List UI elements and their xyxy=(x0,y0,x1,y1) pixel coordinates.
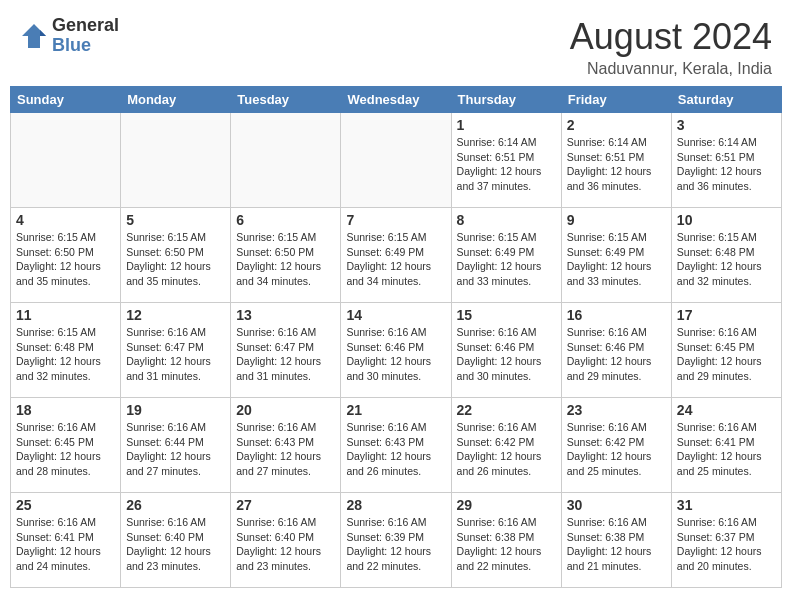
day-info: Sunrise: 6:16 AM Sunset: 6:42 PM Dayligh… xyxy=(567,420,666,479)
day-number: 8 xyxy=(457,212,556,228)
day-number: 16 xyxy=(567,307,666,323)
day-number: 3 xyxy=(677,117,776,133)
day-info: Sunrise: 6:16 AM Sunset: 6:40 PM Dayligh… xyxy=(126,515,225,574)
day-number: 27 xyxy=(236,497,335,513)
day-info: Sunrise: 6:15 AM Sunset: 6:49 PM Dayligh… xyxy=(346,230,445,289)
day-info: Sunrise: 6:16 AM Sunset: 6:46 PM Dayligh… xyxy=(567,325,666,384)
title-block: August 2024 Naduvannur, Kerala, India xyxy=(570,16,772,78)
calendar-cell: 28Sunrise: 6:16 AM Sunset: 6:39 PM Dayli… xyxy=(341,493,451,588)
calendar-cell xyxy=(341,113,451,208)
day-info: Sunrise: 6:16 AM Sunset: 6:45 PM Dayligh… xyxy=(16,420,115,479)
day-number: 20 xyxy=(236,402,335,418)
calendar-cell: 4Sunrise: 6:15 AM Sunset: 6:50 PM Daylig… xyxy=(11,208,121,303)
logo-blue-text: Blue xyxy=(52,36,119,56)
day-number: 15 xyxy=(457,307,556,323)
calendar-header-row: SundayMondayTuesdayWednesdayThursdayFrid… xyxy=(11,87,782,113)
calendar-cell: 3Sunrise: 6:14 AM Sunset: 6:51 PM Daylig… xyxy=(671,113,781,208)
day-info: Sunrise: 6:16 AM Sunset: 6:38 PM Dayligh… xyxy=(457,515,556,574)
calendar-cell xyxy=(231,113,341,208)
day-info: Sunrise: 6:16 AM Sunset: 6:41 PM Dayligh… xyxy=(677,420,776,479)
day-info: Sunrise: 6:16 AM Sunset: 6:44 PM Dayligh… xyxy=(126,420,225,479)
calendar-cell: 16Sunrise: 6:16 AM Sunset: 6:46 PM Dayli… xyxy=(561,303,671,398)
calendar-cell: 21Sunrise: 6:16 AM Sunset: 6:43 PM Dayli… xyxy=(341,398,451,493)
day-number: 31 xyxy=(677,497,776,513)
day-info: Sunrise: 6:15 AM Sunset: 6:50 PM Dayligh… xyxy=(236,230,335,289)
calendar-cell: 25Sunrise: 6:16 AM Sunset: 6:41 PM Dayli… xyxy=(11,493,121,588)
day-number: 19 xyxy=(126,402,225,418)
day-info: Sunrise: 6:16 AM Sunset: 6:41 PM Dayligh… xyxy=(16,515,115,574)
day-number: 7 xyxy=(346,212,445,228)
day-number: 17 xyxy=(677,307,776,323)
calendar-cell: 27Sunrise: 6:16 AM Sunset: 6:40 PM Dayli… xyxy=(231,493,341,588)
day-info: Sunrise: 6:16 AM Sunset: 6:45 PM Dayligh… xyxy=(677,325,776,384)
calendar-week-row: 1Sunrise: 6:14 AM Sunset: 6:51 PM Daylig… xyxy=(11,113,782,208)
calendar-cell: 6Sunrise: 6:15 AM Sunset: 6:50 PM Daylig… xyxy=(231,208,341,303)
calendar-cell: 2Sunrise: 6:14 AM Sunset: 6:51 PM Daylig… xyxy=(561,113,671,208)
calendar-cell: 20Sunrise: 6:16 AM Sunset: 6:43 PM Dayli… xyxy=(231,398,341,493)
calendar-cell: 24Sunrise: 6:16 AM Sunset: 6:41 PM Dayli… xyxy=(671,398,781,493)
calendar-cell: 23Sunrise: 6:16 AM Sunset: 6:42 PM Dayli… xyxy=(561,398,671,493)
calendar-header-day: Friday xyxy=(561,87,671,113)
day-number: 10 xyxy=(677,212,776,228)
calendar-cell: 26Sunrise: 6:16 AM Sunset: 6:40 PM Dayli… xyxy=(121,493,231,588)
calendar-cell: 30Sunrise: 6:16 AM Sunset: 6:38 PM Dayli… xyxy=(561,493,671,588)
day-info: Sunrise: 6:16 AM Sunset: 6:39 PM Dayligh… xyxy=(346,515,445,574)
calendar-cell: 19Sunrise: 6:16 AM Sunset: 6:44 PM Dayli… xyxy=(121,398,231,493)
calendar-cell xyxy=(121,113,231,208)
day-info: Sunrise: 6:15 AM Sunset: 6:48 PM Dayligh… xyxy=(677,230,776,289)
calendar-week-row: 11Sunrise: 6:15 AM Sunset: 6:48 PM Dayli… xyxy=(11,303,782,398)
day-info: Sunrise: 6:16 AM Sunset: 6:38 PM Dayligh… xyxy=(567,515,666,574)
calendar-cell xyxy=(11,113,121,208)
day-info: Sunrise: 6:16 AM Sunset: 6:40 PM Dayligh… xyxy=(236,515,335,574)
page-header: General Blue August 2024 Naduvannur, Ker… xyxy=(0,0,792,86)
calendar-header-day: Tuesday xyxy=(231,87,341,113)
calendar-week-row: 18Sunrise: 6:16 AM Sunset: 6:45 PM Dayli… xyxy=(11,398,782,493)
calendar-cell: 29Sunrise: 6:16 AM Sunset: 6:38 PM Dayli… xyxy=(451,493,561,588)
day-info: Sunrise: 6:15 AM Sunset: 6:48 PM Dayligh… xyxy=(16,325,115,384)
calendar-cell: 11Sunrise: 6:15 AM Sunset: 6:48 PM Dayli… xyxy=(11,303,121,398)
day-number: 2 xyxy=(567,117,666,133)
day-number: 1 xyxy=(457,117,556,133)
day-info: Sunrise: 6:16 AM Sunset: 6:37 PM Dayligh… xyxy=(677,515,776,574)
calendar-cell: 9Sunrise: 6:15 AM Sunset: 6:49 PM Daylig… xyxy=(561,208,671,303)
calendar-header-day: Thursday xyxy=(451,87,561,113)
day-info: Sunrise: 6:16 AM Sunset: 6:46 PM Dayligh… xyxy=(346,325,445,384)
calendar-week-row: 25Sunrise: 6:16 AM Sunset: 6:41 PM Dayli… xyxy=(11,493,782,588)
logo-icon xyxy=(20,22,48,50)
day-number: 25 xyxy=(16,497,115,513)
day-info: Sunrise: 6:15 AM Sunset: 6:50 PM Dayligh… xyxy=(126,230,225,289)
location: Naduvannur, Kerala, India xyxy=(570,60,772,78)
calendar-cell: 17Sunrise: 6:16 AM Sunset: 6:45 PM Dayli… xyxy=(671,303,781,398)
day-info: Sunrise: 6:16 AM Sunset: 6:43 PM Dayligh… xyxy=(236,420,335,479)
calendar-header-day: Wednesday xyxy=(341,87,451,113)
day-number: 29 xyxy=(457,497,556,513)
day-number: 9 xyxy=(567,212,666,228)
day-number: 28 xyxy=(346,497,445,513)
day-info: Sunrise: 6:16 AM Sunset: 6:42 PM Dayligh… xyxy=(457,420,556,479)
svg-marker-1 xyxy=(40,30,46,36)
calendar-cell: 5Sunrise: 6:15 AM Sunset: 6:50 PM Daylig… xyxy=(121,208,231,303)
day-number: 18 xyxy=(16,402,115,418)
calendar-cell: 15Sunrise: 6:16 AM Sunset: 6:46 PM Dayli… xyxy=(451,303,561,398)
day-info: Sunrise: 6:16 AM Sunset: 6:43 PM Dayligh… xyxy=(346,420,445,479)
day-info: Sunrise: 6:16 AM Sunset: 6:47 PM Dayligh… xyxy=(236,325,335,384)
logo: General Blue xyxy=(20,16,119,56)
day-number: 24 xyxy=(677,402,776,418)
day-info: Sunrise: 6:16 AM Sunset: 6:46 PM Dayligh… xyxy=(457,325,556,384)
logo-general-text: General xyxy=(52,16,119,36)
calendar-cell: 31Sunrise: 6:16 AM Sunset: 6:37 PM Dayli… xyxy=(671,493,781,588)
calendar-cell: 13Sunrise: 6:16 AM Sunset: 6:47 PM Dayli… xyxy=(231,303,341,398)
day-number: 6 xyxy=(236,212,335,228)
calendar-cell: 22Sunrise: 6:16 AM Sunset: 6:42 PM Dayli… xyxy=(451,398,561,493)
day-info: Sunrise: 6:16 AM Sunset: 6:47 PM Dayligh… xyxy=(126,325,225,384)
calendar-cell: 18Sunrise: 6:16 AM Sunset: 6:45 PM Dayli… xyxy=(11,398,121,493)
calendar-cell: 1Sunrise: 6:14 AM Sunset: 6:51 PM Daylig… xyxy=(451,113,561,208)
day-number: 22 xyxy=(457,402,556,418)
day-info: Sunrise: 6:14 AM Sunset: 6:51 PM Dayligh… xyxy=(567,135,666,194)
calendar-week-row: 4Sunrise: 6:15 AM Sunset: 6:50 PM Daylig… xyxy=(11,208,782,303)
day-number: 23 xyxy=(567,402,666,418)
day-info: Sunrise: 6:14 AM Sunset: 6:51 PM Dayligh… xyxy=(457,135,556,194)
day-number: 4 xyxy=(16,212,115,228)
day-number: 13 xyxy=(236,307,335,323)
day-number: 5 xyxy=(126,212,225,228)
